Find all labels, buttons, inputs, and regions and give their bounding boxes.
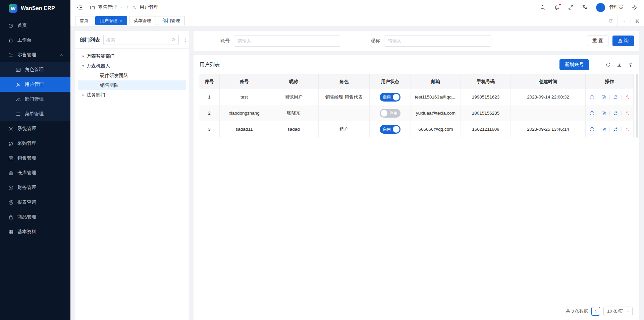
account-input[interactable] — [234, 36, 341, 47]
gear-icon[interactable] — [631, 4, 637, 10]
sidebar-item-goods[interactable]: 商品管理 — [0, 210, 70, 225]
chevron-up-icon — [59, 53, 64, 57]
column-header: 账号 — [220, 74, 269, 89]
row-reset-password-icon[interactable] — [613, 111, 618, 116]
vertical-scrollbar[interactable] — [636, 74, 638, 138]
sidebar-item-label: 采购管理 — [17, 140, 36, 146]
notification-bell-icon[interactable] — [554, 4, 560, 10]
tabbar: 首页用户管理×菜单管理部门管理 — [70, 15, 644, 27]
row-edit-icon[interactable] — [601, 94, 606, 100]
tree-node[interactable]: 万森机器人 — [78, 61, 186, 71]
sidebar-item-menu-mgmt[interactable]: 菜单管理 — [0, 107, 70, 121]
row-info-icon[interactable] — [589, 111, 595, 116]
status-toggle[interactable]: 启用 — [380, 125, 400, 134]
row-reset-password-icon[interactable] — [613, 94, 618, 100]
sidebar-item-report[interactable]: 报表查询 — [0, 195, 70, 210]
chevron-down-icon — [626, 310, 630, 313]
sidebar-item-label: 菜单管理 — [25, 111, 44, 117]
logo-icon: W — [9, 4, 17, 13]
sidebar-item-basic[interactable]: 基本资料 — [0, 225, 70, 239]
reset-button[interactable]: 重 置 — [587, 36, 608, 46]
caret-right-icon[interactable] — [80, 93, 87, 97]
tree-node[interactable]: 万森智能部门 — [78, 51, 186, 61]
row-info-icon[interactable] — [589, 94, 595, 100]
breadcrumb-module[interactable]: 零售管理 — [98, 4, 117, 10]
tab-list: 首页用户管理×菜单管理部门管理 — [70, 16, 604, 26]
column-settings-gear-icon[interactable] — [628, 62, 633, 68]
pagination: 共 3 条数据 1 10 条/页 — [194, 303, 639, 320]
topbar-actions: 管理员 — [540, 3, 637, 12]
maximize-content-icon[interactable] — [631, 15, 644, 26]
add-account-button[interactable]: 新增账号 — [559, 59, 589, 70]
sales-icon — [8, 155, 14, 161]
tab-close-icon[interactable]: × — [120, 18, 122, 23]
toggle-knob — [393, 94, 399, 101]
avatar[interactable] — [596, 3, 605, 12]
cell-created-at: 2023-09-14 22:00:32 — [511, 89, 586, 105]
tab-label: 首页 — [80, 18, 89, 24]
sidebar-item-workbench[interactable]: 工作台 — [0, 33, 70, 48]
row-user-delete-icon[interactable] — [625, 111, 630, 116]
sidebar-item-retail[interactable]: 零售管理 — [0, 48, 70, 62]
tab-dept-mgmt[interactable]: 部门管理 — [158, 16, 185, 25]
sidebar-item-home[interactable]: 首页 — [0, 18, 70, 33]
logo[interactable]: W WanSen ERP — [0, 0, 70, 17]
sidebar-item-dept-mgmt[interactable]: 部门管理 — [0, 92, 70, 107]
tab-home[interactable]: 首页 — [75, 16, 93, 25]
menu-collapse-icon[interactable] — [76, 4, 83, 11]
search-icon[interactable] — [540, 4, 546, 10]
department-search-input[interactable] — [103, 35, 168, 45]
tree-node[interactable]: 销售团队 — [78, 80, 186, 90]
tab-menu-mgmt[interactable]: 菜单管理 — [129, 16, 156, 25]
tab-user-mgmt[interactable]: 用户管理× — [95, 16, 127, 25]
cell-nickname: 张晓东 — [269, 105, 319, 121]
status-toggle[interactable]: 停用 — [380, 109, 400, 118]
tab-label: 菜单管理 — [134, 18, 151, 24]
chevron-down-icon[interactable] — [119, 5, 123, 9]
sidebar-item-label: 报表查询 — [17, 199, 36, 205]
tree-node[interactable]: 硬件研发团队 — [78, 71, 186, 80]
page-number-button[interactable]: 1 — [591, 307, 600, 316]
translate-icon[interactable] — [582, 4, 588, 10]
sidebar-item-warehouse[interactable]: 仓库管理 — [0, 166, 70, 180]
role-icon — [15, 67, 21, 73]
sidebar-item-finance[interactable]: 财务管理 — [0, 180, 70, 195]
user-name[interactable]: 管理员 — [609, 4, 623, 10]
sidebar-item-role-mgmt[interactable]: 角色管理 — [0, 62, 70, 77]
caret-right-icon[interactable] — [80, 54, 87, 58]
sidebar-item-purchase[interactable]: 采购管理 — [0, 136, 70, 151]
row-user-delete-icon[interactable] — [625, 127, 630, 132]
cell-phone: 19985151623 — [461, 89, 511, 105]
tree-node[interactable]: 法务部门 — [78, 90, 186, 100]
status-toggle[interactable]: 启用 — [380, 93, 400, 102]
query-button[interactable]: 查 询 — [612, 36, 634, 46]
kebab-menu-icon[interactable] — [182, 37, 188, 43]
column-header: 序号 — [199, 74, 220, 89]
sidebar-item-label: 首页 — [17, 22, 27, 28]
row-reset-password-icon[interactable] — [613, 127, 618, 132]
row-info-icon[interactable] — [589, 127, 595, 132]
nickname-input[interactable] — [384, 36, 491, 47]
sidebar-item-sales[interactable]: 销售管理 — [0, 151, 70, 166]
cell-status: 启用 — [370, 121, 411, 137]
column-header: 邮箱 — [411, 74, 461, 89]
workbench-icon — [8, 38, 14, 43]
refresh-tab-icon[interactable] — [604, 15, 617, 26]
row-edit-icon[interactable] — [601, 111, 606, 116]
row-edit-icon[interactable] — [601, 127, 606, 132]
page-size-select[interactable]: 10 条/页 — [603, 307, 633, 316]
tab-options-chevron-icon[interactable] — [617, 15, 631, 26]
refresh-table-icon[interactable] — [605, 62, 611, 68]
caret-down-icon[interactable] — [80, 64, 87, 68]
pagination-total: 共 3 条数据 — [566, 308, 588, 314]
row-height-icon[interactable] — [616, 62, 622, 68]
fullscreen-icon[interactable] — [568, 4, 574, 10]
department-search-button[interactable] — [168, 35, 179, 45]
cell-seq: 3 — [199, 121, 220, 137]
sidebar-item-user-mgmt[interactable]: 用户管理 — [0, 77, 70, 92]
cell-created-at: 2023-09-25 13:46:14 — [511, 121, 586, 137]
right-column: 账号 昵称 重 置 查 询 用户列表 新增账号 — [194, 31, 639, 320]
row-user-delete-icon[interactable] — [625, 94, 630, 100]
tab-controls — [604, 15, 644, 26]
sidebar-item-system[interactable]: 系统管理 — [0, 121, 70, 136]
